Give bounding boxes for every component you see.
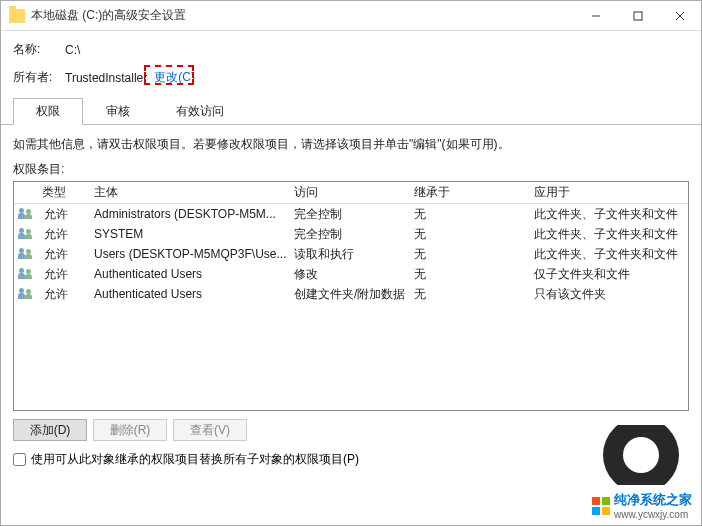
col-access-header[interactable]: 访问: [288, 184, 408, 201]
watermark-text: 纯净系统之家: [614, 491, 692, 509]
table-row[interactable]: 允许Users (DESKTOP-M5MQP3F\Use...读取和执行无此文件…: [14, 244, 688, 264]
cell-principal: Authenticated Users: [88, 287, 288, 301]
cell-applies: 此文件夹、子文件夹和文件: [528, 246, 688, 263]
svg-rect-1: [634, 12, 642, 20]
cell-principal: Users (DESKTOP-M5MQP3F\Use...: [88, 247, 288, 261]
table-row[interactable]: 允许Authenticated Users创建文件夹/附加数据无只有该文件夹: [14, 284, 688, 304]
cell-access: 读取和执行: [288, 246, 408, 263]
cell-applies: 只有该文件夹: [528, 286, 688, 303]
tab-permissions[interactable]: 权限: [13, 98, 83, 125]
col-applies-header[interactable]: 应用于: [528, 184, 688, 201]
owner-value: TrustedInstaller: [65, 71, 147, 85]
users-icon: [14, 248, 38, 260]
users-icon: [14, 288, 38, 300]
tab-auditing[interactable]: 审核: [83, 98, 153, 125]
cell-type: 允许: [38, 246, 88, 263]
tab-effective-access[interactable]: 有效访问: [153, 98, 247, 125]
cell-principal: SYSTEM: [88, 227, 288, 241]
table-header: 类型 主体 访问 继承于 应用于: [14, 182, 688, 204]
cell-access: 完全控制: [288, 226, 408, 243]
window-controls: [575, 1, 701, 30]
table-row[interactable]: 允许Administrators (DESKTOP-M5M...完全控制无此文件…: [14, 204, 688, 224]
windows-logo-icon: [592, 497, 610, 515]
watermark: 纯净系统之家 www.ycwxjy.com: [588, 489, 696, 522]
replace-inheritance-row: 使用可从此对象继承的权限项目替换所有子对象的权限项目(P): [13, 451, 689, 468]
cell-type: 允许: [38, 206, 88, 223]
users-icon: [14, 268, 38, 280]
replace-inheritance-checkbox[interactable]: [13, 453, 26, 466]
name-value: C:\: [65, 43, 80, 57]
owner-label: 所有者:: [13, 69, 65, 86]
permissions-label: 权限条目:: [13, 161, 689, 178]
add-button[interactable]: 添加(D): [13, 419, 87, 441]
table-row[interactable]: 允许SYSTEM完全控制无此文件夹、子文件夹和文件: [14, 224, 688, 244]
users-icon: [14, 208, 38, 220]
cell-access: 创建文件夹/附加数据: [288, 286, 408, 303]
instruction-text: 如需其他信息，请双击权限项目。若要修改权限项目，请选择该项目并单击"编辑"(如果…: [13, 135, 689, 153]
users-icon: [14, 228, 38, 240]
cell-principal: Authenticated Users: [88, 267, 288, 281]
cell-principal: Administrators (DESKTOP-M5M...: [88, 207, 288, 221]
cell-type: 允许: [38, 266, 88, 283]
maximize-button[interactable]: [617, 1, 659, 30]
cell-type: 允许: [38, 286, 88, 303]
close-button[interactable]: [659, 1, 701, 30]
table-body: 允许Administrators (DESKTOP-M5M...完全控制无此文件…: [14, 204, 688, 304]
cell-inherit: 无: [408, 226, 528, 243]
cell-access: 完全控制: [288, 206, 408, 223]
replace-inheritance-label: 使用可从此对象继承的权限项目替换所有子对象的权限项目(P): [31, 451, 359, 468]
cell-access: 修改: [288, 266, 408, 283]
watermark-url: www.ycwxjy.com: [614, 509, 692, 520]
table-row[interactable]: 允许Authenticated Users修改无仅子文件夹和文件: [14, 264, 688, 284]
titlebar: 本地磁盘 (C:)的高级安全设置: [1, 1, 701, 31]
name-row: 名称: C:\: [13, 41, 689, 58]
cell-inherit: 无: [408, 266, 528, 283]
col-principal-header[interactable]: 主体: [88, 184, 288, 201]
cell-applies: 此文件夹、子文件夹和文件: [528, 206, 688, 223]
minimize-button[interactable]: [575, 1, 617, 30]
cell-applies: 此文件夹、子文件夹和文件: [528, 226, 688, 243]
client-area: 名称: C:\ 所有者: TrustedInstaller 更改(C) 权限 审…: [1, 31, 701, 525]
change-owner-link[interactable]: 更改(C): [151, 68, 198, 87]
tabs: 权限 审核 有效访问: [1, 97, 701, 125]
permissions-table: 类型 主体 访问 继承于 应用于 允许Administrators (DESKT…: [13, 181, 689, 411]
cell-inherit: 无: [408, 246, 528, 263]
cell-type: 允许: [38, 226, 88, 243]
col-type-header[interactable]: 类型: [14, 184, 88, 201]
advanced-security-window: 本地磁盘 (C:)的高级安全设置 名称: C:\ 所有者: TrustedIns…: [0, 0, 702, 526]
window-title: 本地磁盘 (C:)的高级安全设置: [31, 7, 575, 24]
view-button: 查看(V): [173, 419, 247, 441]
cell-applies: 仅子文件夹和文件: [528, 266, 688, 283]
folder-icon: [9, 9, 25, 23]
cell-inherit: 无: [408, 286, 528, 303]
owner-row: 所有者: TrustedInstaller 更改(C): [13, 68, 689, 87]
cell-inherit: 无: [408, 206, 528, 223]
col-inherit-header[interactable]: 继承于: [408, 184, 528, 201]
button-row: 添加(D) 删除(R) 查看(V): [13, 419, 689, 441]
remove-button: 删除(R): [93, 419, 167, 441]
name-label: 名称:: [13, 41, 65, 58]
